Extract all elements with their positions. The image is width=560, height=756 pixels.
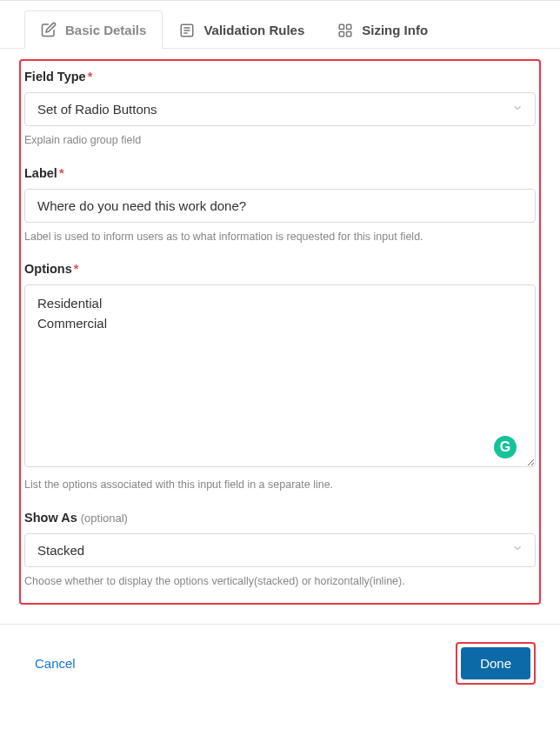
show-as-group: Show As (optional) Stacked Choose whethe… — [24, 511, 536, 590]
tab-label: Validation Rules — [203, 23, 304, 37]
label-help: Label is used to inform users as to what… — [24, 230, 536, 245]
show-as-help: Choose whether to display the options ve… — [24, 574, 536, 590]
label-text: Options — [24, 262, 72, 276]
options-textarea[interactable] — [24, 284, 536, 467]
options-group: Options* G List the options associated w… — [24, 262, 536, 493]
field-type-help: Explain radio group field — [24, 133, 536, 149]
svg-rect-5 — [347, 24, 351, 29]
label-text: Field Type — [24, 70, 86, 84]
label-text: Show As — [24, 511, 77, 525]
highlighted-form-section: Field Type* Set of Radio Buttons Explain… — [19, 59, 541, 605]
form-container: Basic Details Validation Rules Sizing In… — [0, 0, 560, 702]
options-label: Options* — [24, 262, 536, 276]
tab-label: Basic Details — [65, 23, 146, 37]
field-type-select[interactable]: Set of Radio Buttons — [24, 92, 536, 126]
field-type-group: Field Type* Set of Radio Buttons Explain… — [24, 70, 536, 149]
form-body: Field Type* Set of Radio Buttons Explain… — [0, 49, 560, 624]
grammarly-icon[interactable]: G — [494, 436, 517, 458]
grid-icon — [337, 23, 353, 38]
tab-validation-rules[interactable]: Validation Rules — [163, 10, 321, 49]
label-field-label: Label* — [24, 166, 536, 180]
list-icon — [179, 23, 195, 38]
show-as-select-wrapper: Stacked — [24, 533, 536, 567]
tab-basic-details[interactable]: Basic Details — [24, 10, 163, 49]
optional-indicator: (optional) — [81, 512, 128, 525]
show-as-label: Show As (optional) — [24, 511, 536, 525]
label-group: Label* Label is used to inform users as … — [24, 166, 536, 245]
options-textarea-wrapper: G — [24, 284, 536, 471]
required-indicator: * — [88, 70, 93, 84]
done-button-highlight: Done — [456, 642, 536, 685]
footer: Cancel Done — [0, 624, 560, 702]
show-as-select[interactable]: Stacked — [24, 533, 536, 567]
done-button[interactable]: Done — [461, 647, 530, 679]
options-help: List the options associated with this in… — [24, 478, 536, 493]
svg-rect-4 — [340, 24, 344, 29]
required-indicator: * — [59, 166, 64, 180]
edit-icon — [41, 22, 57, 37]
label-input[interactable] — [24, 189, 536, 223]
label-text: Label — [24, 166, 57, 180]
tab-label: Sizing Info — [362, 23, 428, 37]
field-type-label: Field Type* — [24, 70, 536, 84]
svg-rect-6 — [340, 31, 344, 36]
field-type-select-wrapper: Set of Radio Buttons — [24, 92, 536, 126]
tabs-bar: Basic Details Validation Rules Sizing In… — [0, 10, 560, 49]
tab-sizing-info[interactable]: Sizing Info — [321, 10, 444, 49]
svg-rect-7 — [347, 31, 351, 36]
required-indicator: * — [74, 262, 79, 276]
cancel-button[interactable]: Cancel — [24, 649, 86, 678]
